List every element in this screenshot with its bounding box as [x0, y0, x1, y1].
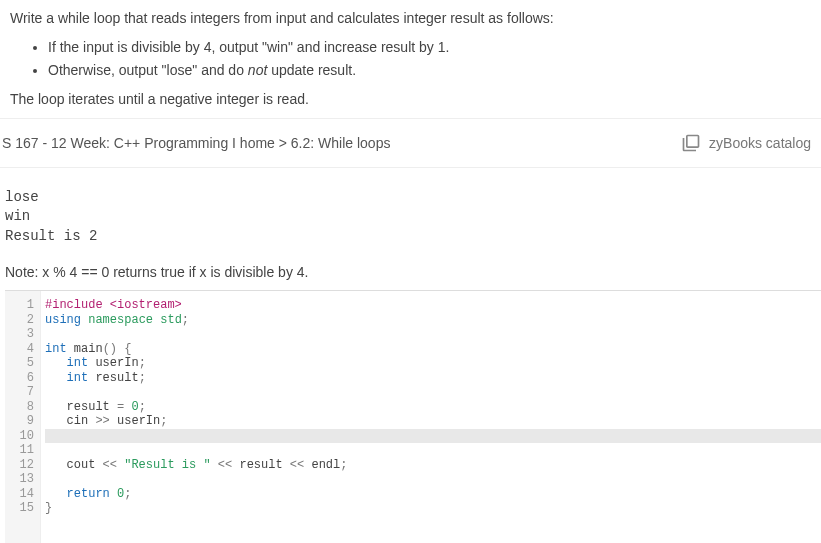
code-line[interactable] [45, 472, 821, 487]
code-line[interactable]: #include <iostream> [45, 298, 821, 313]
code-line[interactable] [45, 327, 821, 342]
instructions-list: If the input is divisible by 4, output "… [48, 37, 811, 81]
list-item: Otherwise, output "lose" and do not upda… [48, 60, 811, 81]
instructions-intro: Write a while loop that reads integers f… [10, 8, 811, 29]
code-line-active[interactable] [45, 429, 821, 444]
output-line: win [5, 208, 30, 224]
code-line[interactable]: using namespace std; [45, 313, 821, 328]
code-line[interactable] [45, 385, 821, 400]
instructions-outro: The loop iterates until a negative integ… [10, 89, 811, 110]
code-line[interactable]: int result; [45, 371, 821, 386]
nav-bar: S 167 - 12 Week: C++ Programming I home … [0, 118, 821, 168]
code-line[interactable]: return 0; [45, 487, 821, 502]
code-line[interactable]: cout << "Result is " << result << endl; [45, 458, 821, 473]
library-icon [681, 133, 701, 153]
problem-instructions: Write a while loop that reads integers f… [0, 0, 821, 118]
code-line[interactable]: cin >> userIn; [45, 414, 821, 429]
output-line: Result is 2 [5, 228, 97, 244]
code-body[interactable]: #include <iostream> using namespace std;… [41, 291, 821, 543]
output-line: lose [5, 189, 39, 205]
list-item: If the input is divisible by 4, output "… [48, 37, 811, 58]
code-line[interactable]: int userIn; [45, 356, 821, 371]
code-line[interactable]: } [45, 501, 821, 516]
code-editor[interactable]: 1 2 3 4 5 6 7 8 9 10 11 12 13 14 15 #inc… [5, 290, 821, 543]
catalog-link[interactable]: zyBooks catalog [681, 133, 811, 153]
breadcrumb[interactable]: S 167 - 12 Week: C++ Programming I home … [2, 135, 390, 151]
line-gutter: 1 2 3 4 5 6 7 8 9 10 11 12 13 14 15 [5, 291, 41, 543]
code-line[interactable] [45, 443, 821, 458]
code-line[interactable]: int main() { [45, 342, 821, 357]
sample-output: lose win Result is 2 [0, 168, 821, 260]
catalog-label: zyBooks catalog [709, 135, 811, 151]
hint-note: Note: x % 4 == 0 returns true if x is di… [0, 260, 821, 290]
code-line[interactable]: result = 0; [45, 400, 821, 415]
